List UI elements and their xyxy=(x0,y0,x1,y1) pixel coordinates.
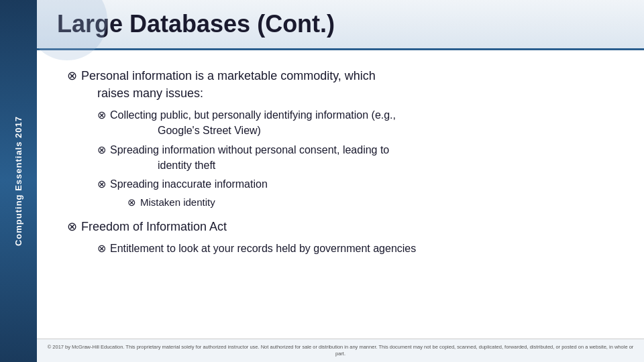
sidebar-label: Computing Essentials 2017 xyxy=(13,116,23,246)
bullet-icon: ⊗ xyxy=(67,218,77,235)
footer: © 2017 by McGraw-Hill Education. This pr… xyxy=(37,339,644,362)
bullet-icon: ⊗ xyxy=(97,241,106,256)
list-item-continuation: Google's Street View) xyxy=(97,123,621,138)
list-item: ⊗Freedom of Information Act xyxy=(60,218,621,235)
list-item-continuation: raises many issues: xyxy=(67,84,621,102)
list-item: ⊗Spreading inaccurate information xyxy=(60,176,621,192)
bullet-icon: ⊗ xyxy=(67,67,77,84)
sidebar: Computing Essentials 2017 xyxy=(0,0,37,362)
list-item: ⊗Personal information is a marketable co… xyxy=(60,67,621,102)
list-item-continuation: identity theft xyxy=(97,158,621,173)
list-item: ⊗Entitlement to look at your records hel… xyxy=(60,241,621,256)
bullet-icon: ⊗ xyxy=(97,107,106,123)
list-item: ⊗Mistaken identity xyxy=(60,195,621,210)
bullet-icon: ⊗ xyxy=(97,176,106,192)
header-bar: Large Databases (Cont.) xyxy=(37,0,644,50)
bullet-icon: ⊗ xyxy=(127,195,136,210)
main-content: ⊗Personal information is a marketable co… xyxy=(37,50,644,339)
footer-text: © 2017 by McGraw-Hill Education. This pr… xyxy=(47,344,634,357)
list-item: ⊗Spreading information without personal … xyxy=(60,142,621,173)
list-item: ⊗Collecting public, but personally ident… xyxy=(60,107,621,138)
bullet-icon: ⊗ xyxy=(97,142,106,158)
